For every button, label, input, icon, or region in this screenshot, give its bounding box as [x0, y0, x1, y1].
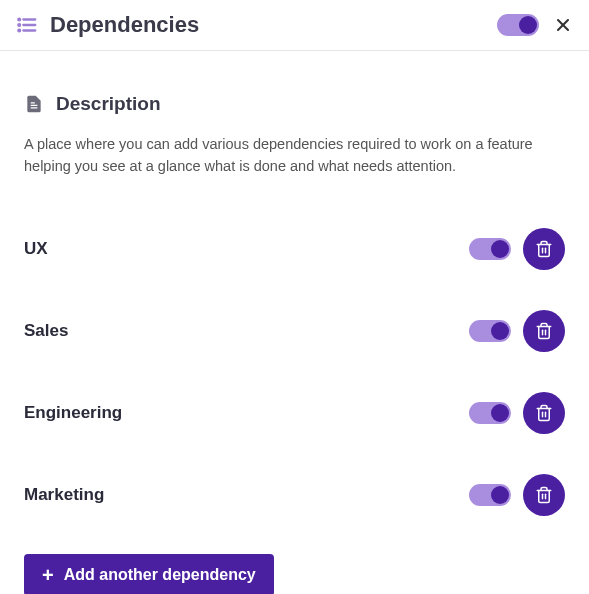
delete-button[interactable]: [523, 392, 565, 434]
add-button-label: Add another dependency: [64, 566, 256, 584]
dependency-row: Engineering: [24, 372, 565, 454]
dependency-label: UX: [24, 239, 469, 259]
dependency-row: Sales: [24, 290, 565, 372]
dependency-label: Marketing: [24, 485, 469, 505]
svg-point-4: [18, 24, 20, 26]
header-right: [497, 14, 573, 36]
content: Description A place where you can add va…: [0, 51, 589, 594]
delete-button[interactable]: [523, 474, 565, 516]
main-toggle[interactable]: [497, 14, 539, 36]
dependency-toggle[interactable]: [469, 320, 511, 342]
dependency-label: Sales: [24, 321, 469, 341]
header-left: Dependencies: [16, 12, 199, 38]
svg-point-5: [18, 30, 20, 32]
page-title: Dependencies: [50, 12, 199, 38]
toggle-knob: [491, 322, 509, 340]
svg-point-3: [18, 19, 20, 21]
dependency-row: UX: [24, 208, 565, 290]
delete-button[interactable]: [523, 310, 565, 352]
toggle-knob: [491, 404, 509, 422]
dependency-toggle[interactable]: [469, 238, 511, 260]
dependency-toggle[interactable]: [469, 484, 511, 506]
header: Dependencies: [0, 0, 589, 51]
toggle-knob: [491, 486, 509, 504]
dependency-list: UXSalesEngineeringMarketing: [24, 208, 565, 536]
dependency-label: Engineering: [24, 403, 469, 423]
list-icon: [16, 14, 38, 36]
add-dependency-button[interactable]: + Add another dependency: [24, 554, 274, 594]
section-title: Description: [56, 93, 161, 115]
description-text: A place where you can add various depend…: [24, 133, 565, 178]
delete-button[interactable]: [523, 228, 565, 270]
dependency-toggle[interactable]: [469, 402, 511, 424]
dependency-controls: [469, 228, 565, 270]
dependency-controls: [469, 474, 565, 516]
document-icon: [24, 93, 44, 115]
dependency-controls: [469, 392, 565, 434]
plus-icon: +: [42, 565, 54, 585]
dependency-controls: [469, 310, 565, 352]
toggle-knob: [491, 240, 509, 258]
dependency-row: Marketing: [24, 454, 565, 536]
section-header: Description: [24, 93, 565, 115]
close-button[interactable]: [553, 15, 573, 35]
toggle-knob: [519, 16, 537, 34]
